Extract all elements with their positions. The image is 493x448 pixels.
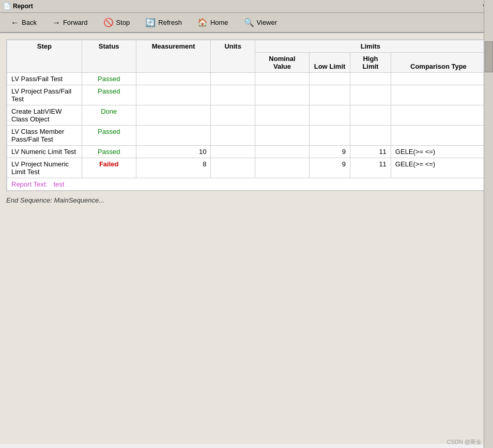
cell-measurement [136,105,211,126]
report-text-label: Report Text: [11,180,48,188]
cell-status: Passed [82,126,136,146]
home-button[interactable]: 🏠 Home [191,15,235,30]
cell-measurement [136,85,211,105]
table-row: LV Project Numeric Limit Test Failed 8 9… [7,158,486,178]
cell-units [211,73,255,85]
title-bar: 📄 Report ▼ [0,0,493,13]
toolbar: ← Back → Forward 🚫 Stop 🔄 Refresh 🏠 Home… [0,13,493,33]
header-status: Status [82,40,136,73]
cell-status: Done [82,105,136,126]
cell-comparison [391,126,486,146]
cell-nominal [255,158,309,178]
cell-comparison [391,73,486,85]
back-button[interactable]: ← Back [4,16,43,30]
viewer-label: Viewer [257,19,278,26]
cell-measurement: 8 [136,158,211,178]
scrollbar-thumb[interactable] [485,41,493,72]
watermark: CSDN @斯金 [447,438,482,446]
home-label: Home [210,19,228,26]
header-high-limit: High Limit [350,53,391,73]
cell-step: LV Numeric Limit Test [7,146,82,158]
header-comparison: Comparison Type [391,53,486,73]
header-low-limit: Low Limit [310,53,350,73]
stop-icon: 🚫 [103,18,114,27]
forward-label: Forward [63,19,88,26]
header-units: Units [211,40,255,73]
home-icon: 🏠 [197,18,208,27]
cell-comparison: GELE(>= <=) [391,158,486,178]
cell-high-limit: 11 [350,158,391,178]
forward-icon: → [52,18,60,27]
table-row: LV Project Pass/Fail Test Passed [7,85,486,105]
main-content: Step Status Measurement Units Limits Nom… [0,33,493,444]
cell-measurement [136,126,211,146]
header-nominal: Nominal Value [255,53,309,73]
viewer-button[interactable]: 🔍 Viewer [237,15,284,30]
cell-units [211,85,255,105]
app-icon: 📄 [3,3,11,10]
back-label: Back [22,19,37,26]
header-step: Step [7,40,82,73]
cell-units [211,158,255,178]
table-row: LV Numeric Limit Test Passed 10 9 11 GEL… [7,146,486,158]
header-limits: Limits [255,40,486,53]
stop-label: Stop [116,19,130,26]
cell-high-limit [350,85,391,105]
refresh-label: Refresh [158,19,182,26]
refresh-icon: 🔄 [145,18,156,27]
header-measurement: Measurement [136,40,211,73]
cell-nominal [255,126,309,146]
report-text-row: Report Text: test [7,178,486,191]
footer-text: End Sequence: MainSequence... [6,196,487,204]
cell-high-limit [350,126,391,146]
cell-measurement [136,73,211,85]
cell-units [211,126,255,146]
cell-high-limit [350,73,391,85]
cell-units [211,146,255,158]
title-bar-text: Report [13,3,33,10]
table-row: LV Pass/Fail Test Passed [7,73,486,85]
cell-high-limit: 11 [350,146,391,158]
cell-step: LV Class Member Pass/Fail Test [7,126,82,146]
report-table-container: Step Status Measurement Units Limits Nom… [6,39,487,191]
refresh-button[interactable]: 🔄 Refresh [138,15,189,30]
report-text-value: test [53,180,64,188]
table-row: Create LabVIEW Class Object Done [7,105,486,126]
cell-status: Passed [82,85,136,105]
cell-nominal [255,73,309,85]
cell-step: Create LabVIEW Class Object [7,105,82,126]
cell-status: Passed [82,146,136,158]
back-icon: ← [11,18,19,27]
cell-low-limit [310,85,350,105]
cell-comparison [391,85,486,105]
cell-low-limit [310,73,350,85]
cell-status: Passed [82,73,136,85]
cell-nominal [255,85,309,105]
cell-comparison [391,105,486,126]
viewer-icon: 🔍 [244,18,254,27]
cell-comparison: GELE(>= <=) [391,146,486,158]
table-row: LV Class Member Pass/Fail Test Passed [7,126,486,146]
stop-button[interactable]: 🚫 Stop [97,15,137,30]
cell-low-limit: 9 [310,158,350,178]
cell-measurement: 10 [136,146,211,158]
cell-low-limit [310,126,350,146]
cell-nominal [255,146,309,158]
cell-step: LV Project Numeric Limit Test [7,158,82,178]
cell-units [211,105,255,126]
report-table: Step Status Measurement Units Limits Nom… [7,40,486,191]
cell-step: LV Pass/Fail Test [7,73,82,85]
cell-status: Failed [82,158,136,178]
cell-low-limit: 9 [310,146,350,158]
cell-low-limit [310,105,350,126]
cell-high-limit [350,105,391,126]
cell-step: LV Project Pass/Fail Test [7,85,82,105]
cell-nominal [255,105,309,126]
forward-button[interactable]: → Forward [45,16,95,30]
scrollbar-track[interactable] [484,0,493,448]
